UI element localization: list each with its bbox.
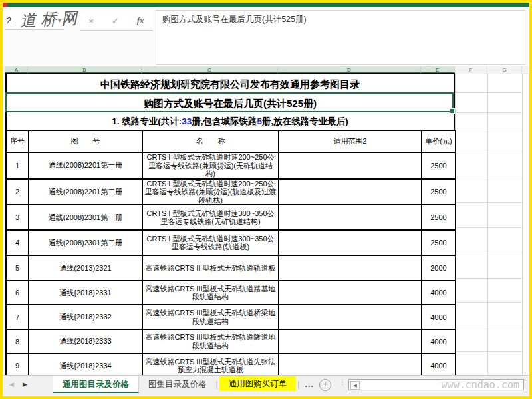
- title-bar-strip: [7, 3, 529, 7]
- count-books: 33: [182, 116, 192, 126]
- cell-no[interactable]: 1: [6, 152, 29, 179]
- tabbar-separator-dots: ⋮: [339, 380, 344, 385]
- tab-general-catalog[interactable]: 通用图目录及价格: [53, 376, 139, 393]
- more-sheets-button[interactable]: ...: [300, 376, 319, 393]
- cell-name[interactable]: CRTS I 型板式无砟轨道时速300~350公里客运专线铁路(轨道板): [142, 230, 279, 255]
- scroll-left-icon[interactable]: ◀: [350, 381, 360, 390]
- cell-scope[interactable]: [279, 179, 422, 205]
- header-price[interactable]: 单价(元): [422, 130, 456, 152]
- cell-price[interactable]: 2500: [422, 205, 456, 230]
- site-watermark-url: www.cndao.com: [442, 380, 519, 390]
- cell-price[interactable]: 2500: [422, 179, 456, 205]
- catalog-table: 序号 图 号 名 称 适用范围2 单价(元) 1 通线(2008)2201第一册…: [5, 130, 456, 378]
- table-row: 6 通线{2018}2331 高速铁路CRTS III型板式无砟轨道路基地段轨道…: [6, 281, 456, 305]
- cell-code[interactable]: 通线{2018}2331: [29, 281, 142, 305]
- header-name[interactable]: 名 称: [142, 130, 279, 152]
- cell-name[interactable]: CRTS I 型板式无砟轨道时速200~250公里客运专线铁路(兼顾货运)(轨道…: [142, 179, 279, 205]
- header-seq[interactable]: 序号: [6, 130, 29, 152]
- cell-code[interactable]: 通线{2018}2332: [29, 305, 142, 329]
- cell-no[interactable]: 2: [6, 179, 29, 205]
- horizontal-scrollbar[interactable]: ◀ www.cndao.com: [348, 379, 524, 390]
- tab-nav-left-icon[interactable]: ◀: [9, 381, 14, 388]
- cell-name[interactable]: CRTS I 型板式无砟轨道时速200~250公里客运专线铁路(兼顾货运)(无砟…: [142, 152, 279, 179]
- table-row: 4 通线(2008)2301第二册 CRTS I 型板式无砟轨道时速300~35…: [6, 230, 456, 255]
- name-box-dropdown-icon[interactable]: ▾: [58, 11, 61, 30]
- cell-scope[interactable]: [279, 305, 422, 329]
- cell-code[interactable]: 通线(2008)2201第二册: [29, 179, 142, 205]
- cell-code[interactable]: 通线{2018}2333: [29, 329, 142, 354]
- cell-scope[interactable]: [279, 354, 422, 378]
- table-row: 9 通线{2018}2334 高速铁路CRTS III型板式无砟轨道先张法预应力…: [6, 354, 456, 378]
- cell-scope[interactable]: [279, 281, 422, 305]
- column-header-g[interactable]: G: [487, 66, 522, 74]
- cell-price[interactable]: 4000: [422, 329, 456, 354]
- sheet-tab-bar: ◀ ▶ 通用图目录及价格 图集目录及价格 | 通用图购买订单 | ... + ⋮…: [3, 375, 529, 396]
- cell-code[interactable]: 通线{2018}2334: [29, 354, 142, 378]
- cell-no[interactable]: 4: [6, 230, 29, 255]
- cell-price[interactable]: 4000: [422, 305, 456, 329]
- cell-no[interactable]: 8: [6, 329, 29, 354]
- cell-code[interactable]: 通线(2008)2301第一册: [29, 205, 142, 230]
- cell-code[interactable]: 通线(2013)2321: [29, 255, 142, 281]
- spreadsheet-app: 2 ▾ ⋮ × ✓ fx 购图方式及账号在最后几页(共计525册) 道桥网 A …: [3, 3, 529, 396]
- column-header-f[interactable]: F: [455, 66, 487, 74]
- new-sheet-button[interactable]: +: [319, 379, 331, 391]
- table-row: 8 通线{2018}2333 高速铁路CRTS III型板式无砟轨道隧道地段轨道…: [6, 329, 456, 354]
- cell-price[interactable]: 4000: [422, 281, 456, 305]
- cell-no[interactable]: 3: [6, 205, 29, 230]
- table-row: 3 通线(2008)2301第一册 CRTS I 型板式无砟轨道时速300~35…: [6, 205, 456, 230]
- catalog-title-cell[interactable]: 中国铁路经济规划研究院有限公司发布有效通用参考图目录: [7, 74, 454, 94]
- formula-buttons: × ✓ fx: [80, 11, 153, 31]
- table-row: 5 通线(2013)2321 高速铁路CRTS II 型板式无砟轨道轨道板 20…: [6, 255, 456, 281]
- cell-no[interactable]: 6: [6, 281, 29, 305]
- insert-function-icon[interactable]: fx: [137, 15, 144, 26]
- cell-no[interactable]: 7: [6, 305, 29, 329]
- table-row: 7 通线{2018}2332 高速铁路CRTS III型板式无砟轨道桥梁地段轨道…: [6, 305, 456, 329]
- formula-bar-input[interactable]: 购图方式及账号在最后几页(共计525册): [156, 10, 525, 65]
- cell-scope[interactable]: [279, 230, 422, 255]
- header-code[interactable]: 图 号: [29, 130, 142, 152]
- tab-separator: |: [216, 376, 218, 393]
- cell-name[interactable]: 高速铁路CRTS III型板式无砟轨道隧道地段轨道结构: [142, 329, 279, 354]
- screenshot-frame: 2 ▾ ⋮ × ✓ fx 购图方式及账号在最后几页(共计525册) 道桥网 A …: [0, 0, 532, 399]
- tab-atlas-catalog[interactable]: 图集目录及价格: [139, 376, 216, 393]
- cell-price[interactable]: 2000: [422, 255, 456, 281]
- header-scope[interactable]: 适用范围2: [279, 130, 422, 152]
- cell-scope[interactable]: [279, 152, 422, 179]
- formula-toolbar: 2 ▾ ⋮ × ✓ fx 购图方式及账号在最后几页(共计525册) 道桥网: [3, 7, 529, 67]
- confirm-icon[interactable]: ✓: [112, 16, 119, 26]
- cell-code[interactable]: 通线(2008)2201第一册: [29, 152, 142, 179]
- title-block: 中国铁路经济规划研究院有限公司发布有效通用参考图目录 购图方式及账号在最后几页(…: [5, 73, 455, 130]
- cell-name[interactable]: 高速铁路CRTS II 型板式无砟轨道轨道板: [142, 255, 279, 281]
- table-header-row: 序号 图 号 名 称 适用范围2 单价(元): [6, 130, 456, 152]
- name-box-value: 2: [7, 15, 11, 25]
- cell-scope[interactable]: [279, 255, 422, 281]
- cell-name[interactable]: 高速铁路CRTS III型板式无砟轨道桥梁地段轨道结构: [142, 305, 279, 329]
- cell-price[interactable]: 4000: [422, 354, 456, 378]
- toolbar-separator-dots: ⋮: [70, 14, 76, 20]
- cell-scope[interactable]: [279, 329, 422, 354]
- cell-name[interactable]: 高速铁路CRTS III型板式无砟轨道先张法预应力混凝土轨道板: [142, 354, 279, 378]
- cell-price[interactable]: 2500: [422, 152, 456, 179]
- cell-no[interactable]: 5: [6, 255, 29, 281]
- cell-code[interactable]: 通线(2008)2301第二册: [29, 230, 142, 255]
- section-title-cell[interactable]: 1. 线路专业(共计:33册,包含城际铁路5册,放在线路专业最后): [7, 114, 454, 131]
- cell-price[interactable]: 2500: [422, 230, 456, 255]
- sheet-tabs: 通用图目录及价格 图集目录及价格 | 通用图购买订单 | ... +: [53, 376, 331, 393]
- tab-nav-right-icon[interactable]: ▶: [23, 381, 27, 388]
- cell-name[interactable]: 高速铁路CRTS III型板式无砟轨道路基地段轨道结构: [142, 281, 279, 305]
- purchase-note-cell[interactable]: 购图方式及账号在最后几页(共计525册): [7, 94, 454, 114]
- table-row: 2 通线(2008)2201第二册 CRTS I 型板式无砟轨道时速200~25…: [6, 179, 456, 205]
- count-intercity: 5: [257, 116, 263, 126]
- table-row: 1 通线(2008)2201第一册 CRTS I 型板式无砟轨道时速200~25…: [6, 152, 456, 179]
- name-box[interactable]: 2 ▾: [5, 11, 64, 30]
- cell-scope[interactable]: [279, 205, 422, 230]
- cell-no[interactable]: 9: [6, 354, 29, 378]
- cell-name[interactable]: CRTS I 型板式无砟轨道时速300~350公里客运专线铁路(无砟轨道结构): [142, 205, 279, 230]
- cancel-icon[interactable]: ×: [88, 16, 94, 26]
- tab-purchase-order[interactable]: 通用图购买订单: [219, 376, 297, 391]
